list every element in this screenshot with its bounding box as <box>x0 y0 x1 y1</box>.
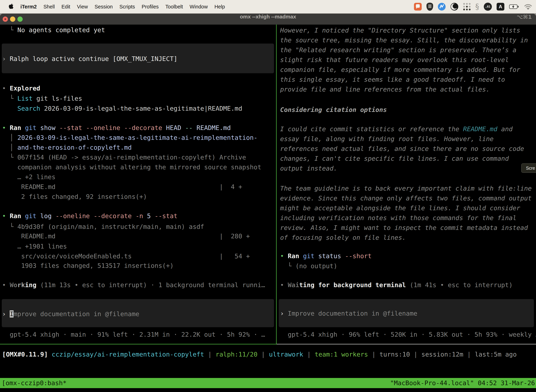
menu-item-help[interactable]: Help <box>211 4 228 10</box>
pane-divider-vertical[interactable] <box>276 25 277 344</box>
menu-item-iterm2[interactable]: iTerm2 <box>17 4 40 10</box>
reasoning-line: The team guideline is to back every impo… <box>280 184 531 192</box>
reasoning-line: references need actual files, and since … <box>280 145 524 153</box>
dots-grid-icon[interactable] <box>463 3 471 10</box>
iterm-window: omx --xhigh --madmax ⌥⌘1 └ No agents com… <box>0 14 536 392</box>
commit-line: └ 067f154 (HEAD -> essay/ai-reimplementa… <box>2 153 246 161</box>
diffstat-summary: 1903 files changed, 513517 insertions(+) <box>2 262 174 270</box>
menu-item-profiles[interactable]: Profiles <box>139 4 162 10</box>
reasoning-line: evidence. Since this change only affects… <box>280 194 531 202</box>
agents-status-line: └ No agents completed yet <box>2 26 105 34</box>
reasoning-line: provide file and line references from th… <box>280 85 490 93</box>
menu-item-session[interactable]: Session <box>91 4 116 10</box>
menu-item-toolbelt[interactable]: Toolbelt <box>162 4 186 10</box>
shield-app-icon[interactable] <box>426 3 433 11</box>
waiting-status-line: • Waiting for background terminal (1m 41… <box>280 281 513 289</box>
reasoning-line: the "Related research writing" section i… <box>280 46 517 54</box>
reasoning-line: of focusing solely on file lines. <box>280 233 406 242</box>
reasoning-line: essay file, along with finding root file… <box>280 135 494 143</box>
command-output-line: └ (no output) <box>280 262 337 270</box>
battery-icon[interactable] <box>509 4 519 9</box>
diffstat-line: README.md | 280 + <box>2 232 250 240</box>
bolt-app-icon[interactable] <box>438 3 446 10</box>
diffstat-line: src/voice/voiceModeEnabled.ts | 54 + <box>2 252 250 260</box>
explored-list-line: └ List git ls-files <box>2 94 82 103</box>
commit-line: └ 4b9d30f (origin/main, instructkr/main,… <box>2 223 204 231</box>
reasoning-line: might be acceptable alongside the file l… <box>280 204 520 212</box>
reasoning-line: slight risk that future readers may over… <box>280 56 509 64</box>
diffstat-line: README.md | 4 + <box>2 183 242 191</box>
reasoning-line: companion file, especially if more comme… <box>280 66 520 74</box>
reasoning-line: changes, I can't cite specific file line… <box>280 154 509 163</box>
ran-git-log-line: • Ran git log --oneline --decorate -n 5 … <box>2 212 177 220</box>
squiggle-icon[interactable]: § <box>475 3 479 10</box>
file-arg-line: │ 2026-03-09-is-legal-the-same-as-legiti… <box>2 134 258 142</box>
menu-item-scripts[interactable]: Scripts <box>116 4 139 10</box>
working-status-line: • Working (11m 13s • esc to interrupt) ·… <box>2 281 265 289</box>
model-status-line: gpt-5.4 xhigh · main · 91% left · 2.31M … <box>2 331 265 339</box>
moon-icon[interactable] <box>450 3 459 11</box>
menu-item-view[interactable]: View <box>73 4 91 10</box>
prompt-line: › Improve documentation in @filename <box>280 309 417 317</box>
terminal-area: └ No agents completed yet› Ralph loop ac… <box>0 25 536 392</box>
apple-menu[interactable] <box>5 3 17 10</box>
input-source-icon[interactable]: A <box>497 3 504 10</box>
menu-items: iTerm2 Shell Edit View Session Scripts P… <box>0 3 228 10</box>
tmux-session-label: [omx-cczip0:bash* <box>2 378 67 388</box>
reasoning-line: review. Also, I might want to inspect th… <box>280 224 528 232</box>
menu-item-edit[interactable]: Edit <box>58 4 73 10</box>
omx-status-line: [OMX#0.11.9] cczip/essay/ai-reimplementa… <box>2 350 517 359</box>
screen-share-overlay[interactable]: Scre <box>521 163 536 173</box>
explored-search-line: Search 2026-03-09-is-legal-the-same-as-l… <box>2 104 242 112</box>
menu-bar: iTerm2 Shell Edit View Session Scripts P… <box>0 0 536 13</box>
pane-right[interactable]: However, I noticed the "Directory Struct… <box>277 25 536 344</box>
apple-icon <box>9 3 14 10</box>
menu-item-window[interactable]: Window <box>186 4 211 10</box>
ran-git-status-line: • Ran git status --short <box>280 252 372 260</box>
window-shortcut: ⌥⌘1 <box>517 14 532 20</box>
ralph-banner-line: › Ralph loop active continue [OMX_TMUX_I… <box>2 55 177 63</box>
reasoning-line: I could cite commit statistics or refere… <box>280 125 513 133</box>
reasoning-line: this single essay, it seems like a good … <box>280 75 505 84</box>
model-status-line: gpt-5.4 xhigh · 96% left · 520K in · 5.8… <box>280 331 536 339</box>
tmux-host-clock: "MacBook-Pro-44.local" 04:52 31-Mar-26 <box>390 378 535 388</box>
ran-git-show-line: • Ran git show --stat --oneline --decora… <box>2 124 231 132</box>
battery-percent-icon[interactable]: ..61 <box>484 3 492 11</box>
window-title-bar[interactable]: omx --xhigh --madmax ⌥⌘1 <box>0 14 536 25</box>
tmux-status-bar: [omx-cczip0:bash* "MacBook-Pro-44.local"… <box>0 378 536 388</box>
elided-lines: … +2 lines <box>2 173 55 181</box>
file-arg-line: │ and-the-erosion-of-copyleft.md <box>2 144 132 152</box>
reasoning-line: including verification notes with those … <box>280 214 517 222</box>
reasoning-line: output instead. <box>280 164 337 173</box>
explored-header: • Explored <box>2 84 40 92</box>
reasoning-line: However, I noticed the "Directory Struct… <box>280 26 520 34</box>
reasoning-heading: Considering citation options <box>280 106 387 114</box>
menu-item-shell[interactable]: Shell <box>40 4 58 10</box>
prompt-line: › Improve documentation in @filename <box>2 310 139 318</box>
chat-app-icon[interactable] <box>414 3 422 10</box>
window-title: omx --xhigh --madmax <box>0 14 536 20</box>
wifi-icon[interactable] <box>524 4 532 10</box>
commit-line: companion analysis without altering the … <box>2 163 261 171</box>
omx-status-pane: [OMX#0.11.9] cczip/essay/ai-reimplementa… <box>0 344 536 378</box>
reasoning-line: the source tree, missing the essay. Stil… <box>280 36 528 44</box>
menu-status-icons: § ..61 A <box>414 3 536 11</box>
elided-lines: … +1901 lines <box>2 242 67 250</box>
diffstat-summary: 2 files changed, 92 insertions(+) <box>2 193 147 201</box>
pane-left[interactable]: └ No agents completed yet› Ralph loop ac… <box>0 25 276 344</box>
